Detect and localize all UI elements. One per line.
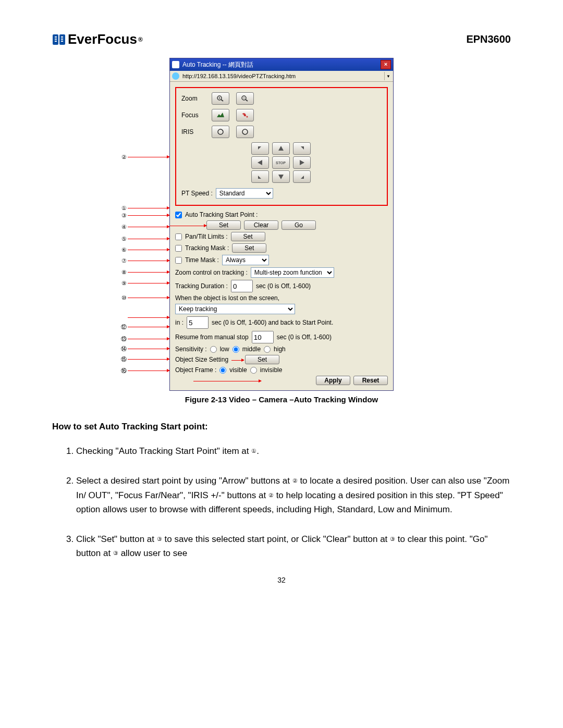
arrow-left-icon[interactable] <box>251 156 269 169</box>
auto-start-checkbox[interactable]: Auto Tracking Start Point : <box>175 211 258 218</box>
annotation-arrow: ⑩ <box>117 294 169 301</box>
lost-mode-select[interactable]: Keep tracking <box>175 304 295 314</box>
ptz-arrow-pad: STOP <box>181 142 382 183</box>
lost-label: When the object is lost on the screen, <box>175 294 279 302</box>
annotation-arrow: ⑨ <box>117 279 169 287</box>
duration-hint: sec (0 is Off, 1-600) <box>256 282 311 290</box>
auto-start-label: Auto Tracking Start Point : <box>185 211 258 218</box>
annotation-arrow: ④ <box>117 223 169 230</box>
ie-icon <box>172 72 179 80</box>
annotation-arrow: ③ <box>117 212 169 219</box>
window-title: Auto Tracking -- 網頁對話 <box>182 60 253 69</box>
sensitivity-label: Sensitivity : <box>175 346 207 353</box>
annotation-arrow: ⑥ <box>117 246 169 253</box>
annotation-arrow: ① <box>117 204 169 212</box>
focus-near-icon[interactable] <box>236 109 254 121</box>
svg-line-3 <box>221 100 223 101</box>
annotation-arrow: ⑯ <box>117 367 169 374</box>
focus-far-icon[interactable] <box>212 109 229 121</box>
set-button[interactable]: Set <box>206 220 241 230</box>
annotation-arrow: ⑤ <box>117 235 169 242</box>
annotation-arrow: ⑮ <box>117 355 169 363</box>
invisible-radio[interactable]: invisible <box>250 366 283 374</box>
annotation-arrow: ② <box>117 153 169 161</box>
svg-point-9 <box>247 116 248 118</box>
arrow-downright-icon[interactable] <box>293 170 311 183</box>
arrow-upright-icon[interactable] <box>293 142 311 155</box>
sens-mid-radio[interactable]: middle <box>232 346 261 353</box>
figure-caption: Figure 2-13 Video – Camera –Auto Trackin… <box>52 395 511 404</box>
iris-label: IRIS <box>181 128 206 135</box>
zoom-ctrl-label: Zoom control on tracking : <box>175 269 248 276</box>
tracking-mask-label: Tracking Mask : <box>185 244 229 252</box>
stop-button[interactable]: STOP <box>272 156 290 169</box>
arrow-up-icon[interactable] <box>272 142 290 155</box>
iris-open-icon[interactable] <box>212 126 229 138</box>
reset-button[interactable]: Reset <box>353 376 388 385</box>
arrow-down-icon[interactable] <box>272 170 290 183</box>
iris-close-icon[interactable] <box>236 126 254 138</box>
visible-radio[interactable]: visible <box>219 366 247 374</box>
ptspeed-select[interactable]: Standard <box>216 188 273 199</box>
annotation-arrow: ⑦ <box>117 257 169 264</box>
svg-line-7 <box>246 100 248 101</box>
sens-high-radio[interactable]: high <box>264 346 286 353</box>
arrow-upleft-icon[interactable] <box>251 142 269 155</box>
url-dropdown-icon[interactable]: ▼ <box>384 72 392 80</box>
zoom-in-icon[interactable] <box>212 92 229 105</box>
annotation-arrow <box>117 314 169 321</box>
duration-input[interactable] <box>231 280 253 292</box>
page-number: 32 <box>52 576 511 584</box>
annotation-arrow: ⑫ <box>117 323 169 330</box>
product-model: EPN3600 <box>466 33 511 45</box>
time-mask-checkbox[interactable]: Time Mask : <box>175 256 219 264</box>
annotation-arrow: ⑬ <box>117 335 169 342</box>
resume-input[interactable] <box>252 331 274 343</box>
go-button[interactable]: Go <box>282 220 316 230</box>
time-mask-label: Time Mask : <box>185 256 219 264</box>
time-mask-select[interactable]: Always <box>222 255 269 265</box>
reg-mark: ® <box>138 36 143 43</box>
clear-button[interactable]: Clear <box>244 220 278 230</box>
step-2: Select a desired start point by using "A… <box>76 474 511 516</box>
window-icon <box>172 61 179 68</box>
apply-button[interactable]: Apply <box>316 376 350 385</box>
resume-hint: sec (0 is Off, 1-600) <box>277 334 332 341</box>
howto-heading: How to set Auto Tracking Start point: <box>52 419 511 434</box>
logo-icon <box>52 33 66 46</box>
objsize-label: Object Size Setting <box>175 356 228 363</box>
tracking-mask-checkbox[interactable]: Tracking Mask : <box>175 244 229 252</box>
sens-low-radio[interactable]: low <box>210 346 229 353</box>
title-bar[interactable]: Auto Tracking -- 網頁對話 × <box>170 58 393 71</box>
in-input[interactable] <box>187 316 209 329</box>
arrow-right-icon[interactable] <box>293 156 311 169</box>
arrow-downleft-icon[interactable] <box>251 170 269 183</box>
duration-label: Tracking Duration : <box>175 282 228 290</box>
close-icon[interactable]: × <box>381 60 391 69</box>
annotation-arrow: ⑭ <box>117 345 169 352</box>
in-hint: sec (0 is Off, 1-600) and back to Start … <box>212 319 333 326</box>
resume-label: Resume from manual stop <box>175 334 249 341</box>
objsize-set-button[interactable]: Set <box>245 355 279 364</box>
annotation-arrow: ⑧ <box>117 268 169 276</box>
pantilt-checkbox[interactable]: Pan/Tilt Limits : <box>175 233 228 240</box>
zoom-label: Zoom <box>181 95 206 102</box>
address-url: http://192.168.13.159/videoPTZTracking.h… <box>182 73 382 79</box>
tracking-mask-set-button[interactable]: Set <box>232 243 266 253</box>
pantilt-label: Pan/Tilt Limits : <box>185 233 228 240</box>
brand-logo: EverFocus® <box>52 31 143 47</box>
ptspeed-label: PT Speed : <box>181 190 213 197</box>
step-1: Checking "Auto Tracking Start Point" ite… <box>76 444 511 458</box>
step-3: Click "Set" button at ③ to save this sel… <box>76 532 511 560</box>
dialog-window: Auto Tracking -- 網頁對話 × http://192.168.1… <box>169 58 394 391</box>
zoom-ctrl-select[interactable]: Multi-step zoom function <box>251 267 334 278</box>
focus-label: Focus <box>181 112 206 119</box>
pantilt-set-button[interactable]: Set <box>231 232 265 241</box>
objframe-label: Object Frame : <box>175 366 216 374</box>
zoom-out-icon[interactable] <box>236 92 254 105</box>
brand-name: EverFocus <box>68 31 137 47</box>
in-label: in : <box>175 319 183 326</box>
